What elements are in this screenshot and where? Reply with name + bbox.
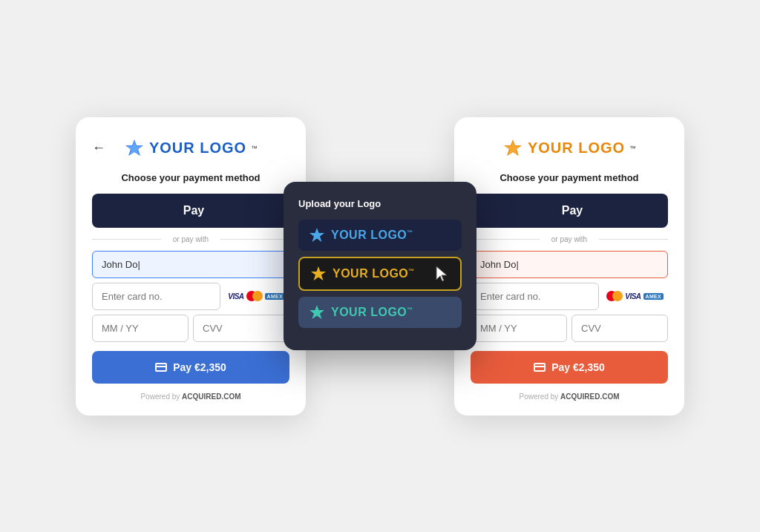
right-pay-button[interactable]: Pay €2,350 [471,351,668,384]
right-name-field-group [471,251,668,278]
right-logo: YOUR LoGO™ [502,138,636,159]
right-pay-button-label: Pay €2,350 [551,361,605,373]
right-logo-tm: ™ [629,145,636,152]
right-name-input[interactable] [471,251,668,278]
card-btn-icon [155,363,167,372]
amex-icon: AMEX [265,293,285,300]
svg-marker-2 [309,228,324,242]
right-logo-text: YOUR LoGO [528,139,625,157]
logo-option-teal[interactable]: YOUR LOGO™ [298,297,462,328]
right-mm-yy-input[interactable] [471,315,567,342]
logo-option-gold[interactable]: YOUR LOGO™ [298,257,462,291]
right-card-number-input[interactable] [471,283,599,310]
logo-option-teal-star-icon [309,304,325,321]
left-or-pay-with: or pay with [92,235,289,243]
right-star-icon [502,138,523,159]
visa-icon: VISA [228,292,243,301]
right-payment-card: YOUR LoGO™ Choose your payment method Pa… [454,117,684,416]
left-card-number-input[interactable] [92,283,220,310]
right-apple-pay-label: Pay [562,204,583,217]
logo-option-gold-text: YOUR LOGO™ [332,267,415,280]
right-choose-method: Choose your payment method [471,172,668,183]
right-card-btn-icon [534,363,546,372]
svg-marker-4 [436,266,447,281]
upload-logo-panel: Upload your Logo YOUR LOGO™ YOUR LOGO™ Y [284,182,476,350]
logo-option-gold-star-icon [310,266,327,282]
left-card-row: VISA AMEX [92,283,289,310]
right-amex-icon: AMEX [643,293,664,300]
left-card-icons: VISA AMEX [223,291,289,301]
logo-option-dark-star-icon [309,227,325,243]
right-powered-by: Powered by ACQUIRED.COM [471,393,668,401]
svg-marker-1 [127,141,142,155]
right-or-pay-with: or pay with [471,235,668,243]
main-scene: ← YOUR LoGO™ Choose your payment method … [0,0,760,532]
right-card-row: VISA AMEX [471,283,668,310]
left-apple-pay-label: Pay [183,204,204,217]
left-card-header: ← YOUR LoGO™ [92,138,289,159]
logo-option-dark[interactable]: YOUR LOGO™ [298,220,462,251]
right-card-header: YOUR LoGO™ [471,138,668,159]
right-date-cvv-row [471,315,668,342]
svg-marker-7 [505,141,520,155]
right-card-icons: VISA AMEX [602,291,668,301]
svg-marker-5 [309,305,324,319]
left-logo-tm: ™ [251,145,258,152]
left-date-cvv-row [92,315,289,342]
left-name-field-group [92,251,289,278]
right-visa-icon: VISA [625,292,641,301]
logo-option-dark-text: YOUR LOGO™ [331,229,413,242]
left-pay-button-label: Pay €2,350 [173,361,226,373]
cursor-icon [435,265,450,283]
svg-marker-3 [311,266,326,280]
left-logo: YOUR LoGO™ [124,138,258,159]
left-payment-card: ← YOUR LoGO™ Choose your payment method … [76,117,306,416]
upload-panel-title: Upload your Logo [298,198,462,209]
back-arrow-icon[interactable]: ← [92,140,105,156]
left-choose-method: Choose your payment method [92,172,289,183]
left-powered-by: Powered by ACQUIRED.COM [92,393,289,401]
left-pay-button[interactable]: Pay €2,350 [92,351,289,384]
left-name-input[interactable] [92,251,289,278]
right-cvv-input[interactable] [571,315,668,342]
logo-option-teal-text: YOUR LOGO™ [331,306,413,319]
left-logo-text: YOUR LoGO [149,139,246,157]
mastercard-icon [246,291,263,301]
left-cvv-input[interactable] [193,315,289,342]
star-icon [124,138,145,159]
left-apple-pay-button[interactable]: Pay [92,194,289,228]
left-mm-yy-input[interactable] [92,315,189,342]
right-apple-pay-button[interactable]: Pay [471,194,668,228]
right-mastercard-icon [606,291,623,301]
